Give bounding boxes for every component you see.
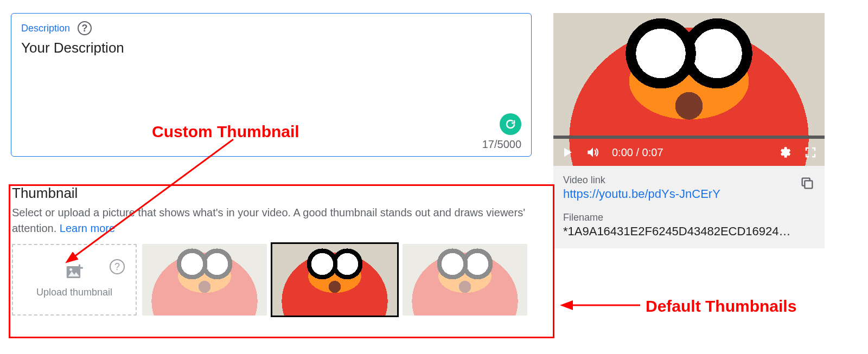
svg-rect-8	[805, 181, 812, 188]
video-link-label: Video link	[563, 175, 815, 186]
fullscreen-icon[interactable]	[804, 146, 817, 159]
play-icon[interactable]	[561, 146, 574, 159]
video-time: 0:00 / 0:07	[612, 146, 663, 159]
volume-icon[interactable]	[586, 145, 600, 159]
thumbnail-option-3[interactable]	[403, 244, 527, 316]
svg-marker-6	[588, 147, 593, 157]
upload-thumbnail-button[interactable]: ? Upload thumbnail	[12, 244, 137, 316]
grammarly-icon[interactable]	[500, 113, 521, 135]
thumbnail-title: Thumbnail	[12, 185, 532, 202]
learn-more-link[interactable]: Learn more	[60, 222, 115, 234]
filename-value: *1A9A16431E2F6245D43482ECD16924…	[563, 224, 815, 239]
help-icon[interactable]: ?	[110, 259, 125, 274]
image-add-icon	[64, 262, 85, 282]
svg-rect-4	[76, 267, 83, 268]
video-link[interactable]: https://youtu.be/pdYs-JnCErY	[563, 187, 815, 201]
video-preview-card: 0:00 / 0:07 Video link https://youtu.be/…	[553, 13, 825, 248]
annotation-custom-thumbnail: Custom Thumbnail	[152, 123, 299, 141]
settings-icon[interactable]	[778, 145, 792, 159]
annotation-default-thumbnails: Default Thumbnails	[646, 297, 796, 316]
upload-thumbnail-label: Upload thumbnail	[36, 287, 112, 298]
char-count: 17/5000	[482, 138, 521, 151]
description-label: Description	[21, 23, 70, 34]
thumbnail-option-2[interactable]	[272, 244, 397, 316]
help-icon[interactable]: ?	[78, 21, 92, 35]
description-value[interactable]: Your Description	[21, 40, 521, 56]
thumbnail-option-1[interactable]	[142, 244, 267, 316]
thumbnail-help-text: Select or upload a picture that shows wh…	[12, 205, 532, 236]
thumbnail-section: Thumbnail Select or upload a picture tha…	[11, 185, 532, 316]
filename-label: Filename	[563, 212, 815, 223]
copy-icon[interactable]	[800, 176, 815, 193]
video-player[interactable]: 0:00 / 0:07	[553, 13, 825, 166]
svg-point-2	[69, 268, 72, 271]
svg-marker-5	[564, 148, 572, 157]
